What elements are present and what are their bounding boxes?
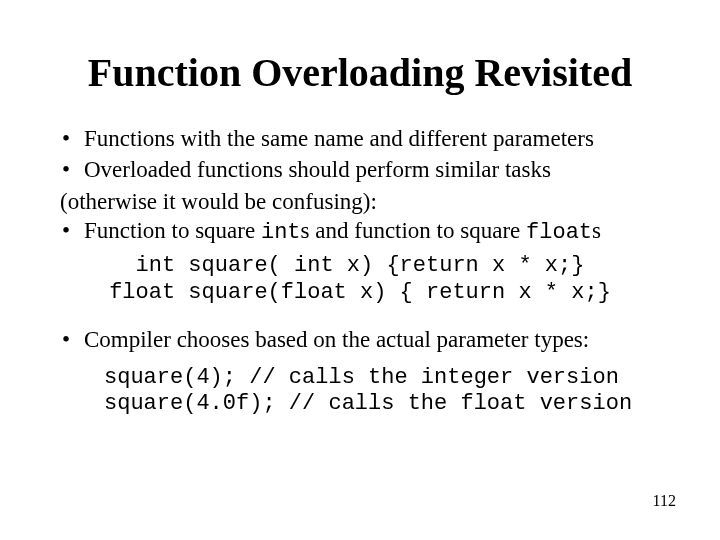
text-fragment: Function to square [84,218,261,243]
bullet-1: • Functions with the same name and diffe… [60,124,660,153]
bullet-text: Overloaded functions should perform simi… [84,155,660,184]
bullet-3: • Function to square ints and function t… [60,216,660,247]
code-line: square(4.0f); // calls the float version [104,391,632,416]
bullet-text: Function to square ints and function to … [84,216,660,247]
bullet-dot: • [60,155,84,184]
slide-body: • Functions with the same name and diffe… [60,124,660,418]
bullet-text: Functions with the same name and differe… [84,124,660,153]
bullet-dot: • [60,216,84,247]
text-fragment: s and function to square [301,218,526,243]
code-line: square(4); // calls the integer version [104,365,619,390]
code-line: float square(float x) { return x * x;} [109,280,611,305]
bullet-dot: • [60,325,84,354]
text-fragment: s [592,218,601,243]
code-block-calls: square(4); // calls the integer version … [104,365,660,419]
bullet-2: • Overloaded functions should perform si… [60,155,660,184]
page-number: 112 [653,492,676,510]
slide: Function Overloading Revisited • Functio… [0,0,720,540]
bullet-4: • Compiler chooses based on the actual p… [60,325,660,354]
bullet-text: Compiler chooses based on the actual par… [84,325,660,354]
code-inline: float [526,220,592,245]
code-line: int square( int x) {return x * x;} [136,253,585,278]
bullet-2-continuation: (otherwise it would be confusing): [60,187,660,216]
bullet-dot: • [60,124,84,153]
code-inline: int [261,220,301,245]
code-block-declarations: int square( int x) {return x * x;} float… [60,253,660,307]
slide-title: Function Overloading Revisited [60,50,660,96]
